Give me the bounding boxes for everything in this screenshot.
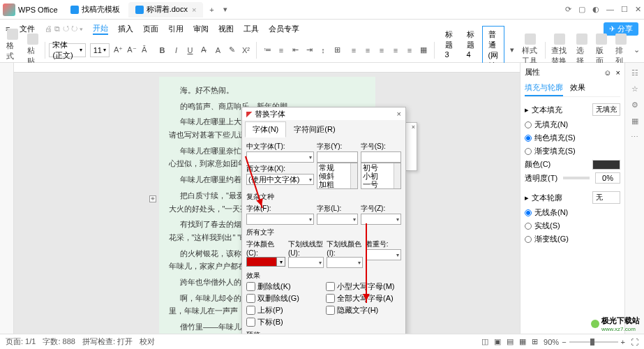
menu-home[interactable]: 开始 (93, 23, 108, 35)
ruler[interactable] (14, 63, 520, 73)
tab-document[interactable]: 称谓着.docx × (128, 2, 204, 17)
style-listbox[interactable]: 常规倾斜加粗 (317, 163, 357, 189)
zoom-control[interactable]: 90% − + (544, 338, 625, 346)
outline-none-radio[interactable] (525, 209, 532, 216)
font-color-icon[interactable]: A (211, 44, 224, 57)
italic-icon[interactable]: I (170, 44, 182, 57)
menu-page[interactable]: 页面 (143, 24, 158, 34)
bold-icon[interactable]: B (156, 44, 168, 57)
allcaps-check[interactable]: 全部大写字母(A) (326, 293, 401, 304)
shading-icon[interactable]: ▦ (417, 44, 430, 57)
new-tab-button[interactable]: + (204, 6, 218, 14)
outline-solid-radio[interactable] (525, 223, 532, 230)
super-sub-icon[interactable]: X² (239, 44, 252, 57)
zoom-out-icon[interactable]: − (562, 338, 566, 346)
increase-font-icon[interactable]: A⁺ (114, 44, 123, 57)
fill-dropdown[interactable]: 无填充 (592, 103, 620, 116)
rail-grid-icon[interactable]: ▦ (631, 117, 638, 126)
font-size-select[interactable]: 11▾ (90, 43, 110, 57)
arrange-button[interactable]: 排列 (613, 34, 629, 66)
menu-view[interactable]: 视图 (218, 24, 234, 34)
zoom-in-icon[interactable]: + (621, 338, 625, 346)
minimize-icon[interactable]: — (606, 5, 614, 14)
sync-icon[interactable]: ⟳ (565, 5, 571, 14)
status-page[interactable]: 页面: 1/1 (6, 336, 36, 347)
status-spell[interactable]: 拼写检查: 打开 (82, 336, 133, 347)
latin-font-select[interactable]: (使用中文字体) (246, 174, 314, 185)
view-mode-icon[interactable]: ◫ (481, 337, 488, 346)
complex-size-select[interactable] (361, 214, 401, 225)
menu-review[interactable]: 审阅 (193, 24, 209, 34)
fullscreen-icon[interactable]: ⛶ (631, 338, 638, 346)
complex-font-select[interactable] (246, 214, 314, 225)
section-text-outline[interactable]: 文本轮廓 (532, 193, 562, 203)
status-proof[interactable]: 校对 (140, 336, 155, 347)
document-area[interactable]: ⁜ 海。好不热闹。 的鸣笛声、商店响乐。新年的脚 年味儿在哪里上大街小巷并贴形似… (14, 63, 520, 334)
feedback-icon[interactable]: ☺ (604, 68, 611, 77)
underline-select[interactable] (288, 257, 324, 268)
view-mode-icon[interactable]: ⊞ (532, 337, 538, 346)
strike-icon[interactable]: A̶ (197, 44, 210, 57)
size-listbox[interactable]: 初号小初一号 (361, 163, 401, 189)
menu-insert[interactable]: 插入 (118, 24, 133, 34)
alpha-slider[interactable] (563, 177, 590, 179)
find-replace-button[interactable]: 查找替换 (549, 34, 570, 66)
alpha-value[interactable]: 0% (595, 172, 620, 184)
smallcaps-check[interactable]: 小型大写字母(M) (326, 281, 401, 292)
strike-check[interactable]: 删除线(K) (246, 281, 322, 292)
panel-close-icon[interactable]: × (616, 68, 620, 77)
underline-color-select[interactable] (327, 257, 362, 268)
menu-file[interactable]: 文件 (20, 24, 35, 34)
menu-member[interactable]: 会员专享 (269, 24, 299, 34)
menu-reference[interactable]: 引用 (168, 24, 184, 34)
tab-effect[interactable]: 效果 (570, 80, 585, 96)
emphasis-select[interactable] (366, 249, 401, 260)
rail-tools-icon[interactable]: ⚙ (631, 101, 638, 110)
indent-dec-icon[interactable]: ⇤ (289, 44, 301, 57)
box-icon[interactable]: ▢ (578, 5, 585, 14)
tab-menu-button[interactable]: ▾ (218, 5, 232, 14)
tab-templates[interactable]: 找稿壳模板 (63, 2, 127, 17)
view-mode-icon[interactable]: ▦ (519, 337, 526, 346)
numbering-icon[interactable]: ≡ (275, 44, 287, 57)
view-mode-icon[interactable]: ▤ (507, 337, 514, 346)
close-icon[interactable]: ✕ (635, 5, 641, 14)
dialog-close-icon[interactable]: × (397, 110, 401, 118)
align-dist-icon[interactable]: ≡ (403, 44, 416, 57)
scrollbar[interactable] (394, 163, 400, 188)
zoom-slider[interactable] (569, 341, 618, 343)
font-name-select[interactable]: 宋体 (正文)▾ (49, 43, 85, 57)
menu-tools-icons[interactable]: 🖨 ⧉ ↺ ↻ ▾ (45, 24, 82, 34)
cjk-font-select[interactable] (246, 151, 314, 163)
outline-dropdown[interactable]: 无 (592, 191, 620, 204)
menu-tools[interactable]: 工具 (244, 24, 259, 34)
font-settings-icon[interactable]: Ȃ (141, 44, 148, 57)
select-button[interactable]: 选择 (574, 34, 590, 66)
align-left-icon[interactable]: ≡ (347, 44, 360, 57)
theme-icon[interactable]: ◐ (592, 5, 599, 14)
outline-gradient-radio[interactable] (525, 236, 532, 243)
layout-icon[interactable]: ⊞ (331, 44, 343, 57)
align-right-icon[interactable]: ≡ (375, 44, 388, 57)
rail-more-icon[interactable]: ⋯ (631, 133, 638, 142)
subscript-check[interactable]: 下标(B) (246, 317, 322, 327)
decrease-font-icon[interactable]: A⁻ (127, 44, 136, 57)
indent-inc-icon[interactable]: ⇥ (303, 44, 315, 57)
hidden-check[interactable]: 隐藏文字(H) (326, 305, 401, 315)
bullets-icon[interactable]: ≔ (261, 44, 274, 57)
fill-none-radio[interactable] (525, 121, 532, 128)
close-icon[interactable]: × (412, 124, 415, 131)
font-color-select[interactable]: ▾ (246, 257, 285, 267)
scrollbar[interactable] (350, 163, 357, 188)
rail-user-icon[interactable]: ☷ (631, 68, 638, 77)
highlight-icon[interactable]: ✎ (225, 44, 238, 57)
maximize-icon[interactable]: ☐ (621, 5, 628, 14)
style-tools-button[interactable]: 样式工具 (520, 34, 541, 66)
paste-button[interactable]: 粘贴 (25, 34, 40, 66)
tab-font[interactable]: 字体(N) (245, 121, 286, 138)
dstrike-check[interactable]: 双删除线(G) (246, 293, 322, 304)
style-more-icon[interactable]: ▾ (509, 44, 516, 57)
view-mode-icon[interactable]: ▣ (494, 337, 501, 346)
dialog-titlebar[interactable]: ◤ 替换字体 × (242, 107, 405, 120)
size-input[interactable] (361, 151, 401, 163)
